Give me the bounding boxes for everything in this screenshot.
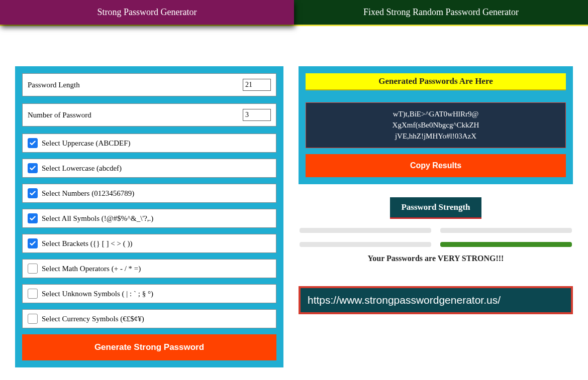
strength-bar-3	[300, 242, 431, 247]
tab-strong-generator[interactable]: Strong Password Generator	[0, 0, 294, 25]
option-checkbox-5[interactable]	[28, 264, 38, 274]
option-label-2: Select Numbers (0123456789)	[42, 189, 134, 198]
option-row-5: Select Math Operators (+ - / * =)	[22, 259, 276, 278]
generated-password-1: XgXmf(sBe0Nbgcg^CkkZH	[306, 120, 565, 131]
option-checkbox-1[interactable]	[28, 163, 38, 173]
option-row-7: Select Currency Symbols (€£$¢¥)	[22, 309, 276, 328]
option-checkbox-6[interactable]	[28, 289, 38, 299]
password-count-row: Number of Password	[22, 103, 276, 126]
password-length-label: Password Length	[28, 81, 80, 89]
option-label-3: Select All Symbols (!@#$%^&_\'?,.)	[42, 214, 153, 223]
copy-results-button[interactable]: Copy Results	[306, 154, 566, 177]
tab-bar: Strong Password Generator Fixed Strong R…	[0, 0, 588, 25]
generated-password-0: wT)t,BiE>^GAT0wHlRr9@	[306, 109, 565, 120]
results-panel: Generated Passwords Are Here wT)t,BiE>^G…	[299, 66, 573, 184]
strength-section: Password Strength Your Passwords are VER…	[299, 197, 573, 263]
strength-bars	[299, 228, 573, 247]
option-label-7: Select Currency Symbols (€£$¢¥)	[42, 315, 144, 323]
option-label-5: Select Math Operators (+ - / * =)	[42, 265, 141, 273]
strength-bar-2	[440, 228, 572, 233]
password-count-label: Number of Password	[28, 111, 91, 119]
option-checkbox-3[interactable]	[28, 213, 38, 223]
option-label-4: Select Brackets ({} [ ] < > ( ))	[42, 239, 132, 248]
password-count-input[interactable]	[243, 109, 271, 121]
strength-badge: Password Strength	[390, 197, 481, 219]
option-checkbox-4[interactable]	[28, 238, 38, 248]
option-checkbox-7[interactable]	[28, 314, 38, 324]
settings-panel: Password Length Number of Password Selec…	[15, 66, 283, 367]
option-checkbox-0[interactable]	[28, 138, 38, 148]
url-box: https://www.strongpasswordgenerator.us/	[299, 286, 573, 314]
option-row-0: Select Uppercase (ABCDEF)	[22, 134, 276, 153]
password-length-input[interactable]	[243, 79, 271, 91]
generate-button[interactable]: Generate Strong Password	[22, 334, 276, 360]
option-label-1: Select Lowercase (abcdef)	[42, 164, 122, 173]
strength-bar-1	[300, 228, 431, 233]
tab-fixed-generator[interactable]: Fixed Strong Random Password Generator	[294, 0, 588, 25]
results-column: Generated Passwords Are Here wT)t,BiE>^G…	[299, 66, 573, 367]
option-row-4: Select Brackets ({} [ ] < > ( ))	[22, 234, 276, 253]
strength-bar-4	[440, 242, 572, 247]
option-label-6: Select Unknown Symbols ( | : ` ; § °)	[42, 290, 153, 298]
generated-password-2: jVE,hhZ!jMHYo#l!03AzX	[306, 131, 565, 142]
option-checkbox-2[interactable]	[28, 188, 38, 198]
main-content: Password Length Number of Password Selec…	[0, 26, 588, 380]
option-row-6: Select Unknown Symbols ( | : ` ; § °)	[22, 284, 276, 303]
password-length-row: Password Length	[22, 73, 276, 96]
strength-text: Your Passwords are VERY STRONG!!!	[299, 254, 573, 263]
option-row-1: Select Lowercase (abcdef)	[22, 159, 276, 178]
option-row-3: Select All Symbols (!@#$%^&_\'?,.)	[22, 209, 276, 228]
option-label-0: Select Uppercase (ABCDEF)	[42, 139, 131, 148]
results-header: Generated Passwords Are Here	[306, 73, 566, 90]
results-box: wT)t,BiE>^GAT0wHlRr9@XgXmf(sBe0Nbgcg^Ckk…	[306, 102, 566, 148]
option-row-2: Select Numbers (0123456789)	[22, 184, 276, 203]
